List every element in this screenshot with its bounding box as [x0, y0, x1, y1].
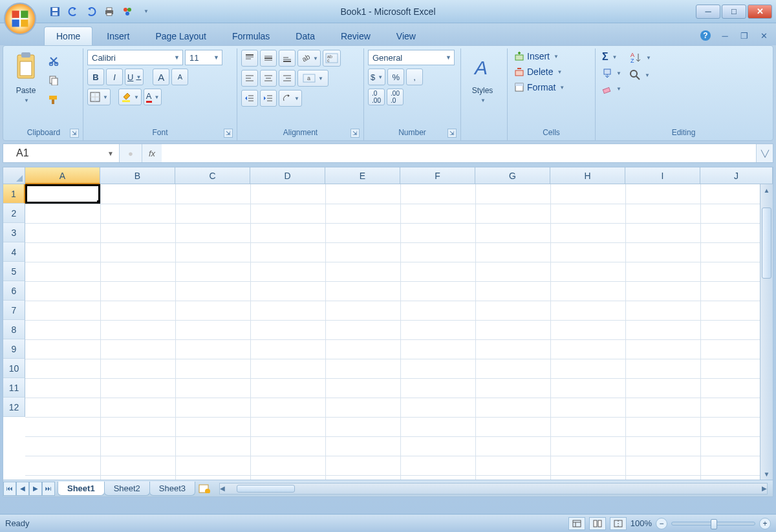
- find-select-button[interactable]: ▼: [627, 68, 654, 82]
- tab-review[interactable]: Review: [329, 27, 382, 45]
- wrap-text-button[interactable]: abc: [323, 50, 341, 67]
- cancel-formula-button[interactable]: ●: [125, 147, 136, 159]
- align-left-button[interactable]: [241, 70, 258, 87]
- insert-cells-button[interactable]: Insert▼: [512, 50, 591, 63]
- paste-button[interactable]: Paste ▼: [8, 50, 43, 114]
- number-dialog-launcher[interactable]: ⇲: [447, 129, 457, 138]
- number-format-combo[interactable]: General▼: [368, 50, 455, 65]
- row-header[interactable]: 10: [3, 359, 25, 378]
- row-header[interactable]: 4: [3, 242, 25, 262]
- column-header[interactable]: B: [100, 167, 175, 184]
- help-button[interactable]: ?: [700, 30, 711, 41]
- row-header[interactable]: 9: [3, 339, 25, 359]
- tab-home[interactable]: Home: [44, 27, 92, 45]
- scroll-thumb[interactable]: [237, 485, 295, 493]
- bold-button[interactable]: B: [87, 69, 104, 85]
- qat-customize-dropdown[interactable]: ▼: [138, 5, 153, 19]
- delete-cells-button[interactable]: Delete▼: [512, 65, 591, 78]
- align-center-button[interactable]: [260, 70, 277, 87]
- minimize-button[interactable]: ─: [696, 5, 720, 19]
- clipboard-dialog-launcher[interactable]: ⇲: [70, 129, 79, 138]
- format-painter-button[interactable]: [46, 92, 61, 107]
- workbook-restore-button[interactable]: ❐: [738, 30, 750, 41]
- workbook-minimize-button[interactable]: ─: [719, 30, 731, 41]
- font-size-combo[interactable]: 11▼: [185, 50, 222, 65]
- sheet-tab[interactable]: Sheet3: [149, 482, 195, 496]
- row-header[interactable]: 12: [3, 398, 25, 417]
- qat-quickstyle-button[interactable]: [120, 5, 135, 19]
- currency-button[interactable]: $▼: [368, 69, 385, 85]
- column-header[interactable]: I: [625, 167, 700, 184]
- align-top-button[interactable]: [241, 50, 258, 67]
- tab-page-layout[interactable]: Page Layout: [144, 27, 218, 45]
- qat-print-button[interactable]: [102, 5, 116, 19]
- shrink-font-button[interactable]: A: [171, 69, 188, 85]
- align-right-button[interactable]: [279, 70, 296, 87]
- close-button[interactable]: ✕: [748, 5, 772, 19]
- cut-button[interactable]: [46, 54, 61, 68]
- row-header[interactable]: 7: [3, 301, 25, 320]
- scroll-right-button[interactable]: ▶: [762, 483, 767, 495]
- sheet-tab[interactable]: Sheet2: [104, 482, 150, 496]
- column-header[interactable]: F: [400, 167, 475, 184]
- autosum-button[interactable]: Σ▼: [599, 50, 624, 64]
- scroll-left-button[interactable]: ◀: [220, 483, 225, 495]
- increase-indent-button[interactable]: [260, 90, 277, 107]
- align-middle-button[interactable]: [260, 50, 277, 67]
- copy-button[interactable]: [46, 73, 61, 87]
- styles-button[interactable]: A Styles ▼: [465, 50, 500, 114]
- zoom-slider[interactable]: [671, 522, 755, 526]
- scroll-thumb[interactable]: [762, 207, 771, 279]
- row-header[interactable]: 8: [3, 320, 25, 339]
- increase-decimal-button[interactable]: .0.00: [368, 89, 385, 105]
- row-header[interactable]: 3: [3, 223, 25, 242]
- zoom-out-button[interactable]: −: [656, 518, 667, 529]
- underline-button[interactable]: U▼: [125, 69, 144, 85]
- row-header[interactable]: 2: [3, 204, 25, 223]
- merge-center-button[interactable]: a▼: [297, 70, 329, 87]
- sort-filter-button[interactable]: AZ▼: [627, 50, 654, 65]
- select-all-button[interactable]: [3, 167, 25, 184]
- next-sheet-button[interactable]: ▶: [29, 482, 42, 496]
- horizontal-scrollbar[interactable]: ◀ ▶: [219, 483, 768, 495]
- column-header[interactable]: H: [550, 167, 625, 184]
- row-header[interactable]: 11: [3, 378, 25, 398]
- name-box[interactable]: A1▼: [3, 144, 120, 162]
- decrease-decimal-button[interactable]: .00.0: [387, 89, 404, 105]
- page-break-view-button[interactable]: [610, 517, 627, 530]
- row-header[interactable]: 6: [3, 281, 25, 301]
- font-dialog-launcher[interactable]: ⇲: [224, 129, 233, 138]
- expand-formula-bar-button[interactable]: ╲╱: [756, 144, 773, 162]
- align-bottom-button[interactable]: [279, 50, 296, 67]
- tab-data[interactable]: Data: [284, 27, 327, 45]
- qat-redo-button[interactable]: [84, 5, 98, 19]
- zoom-in-button[interactable]: +: [759, 518, 771, 529]
- last-sheet-button[interactable]: ⏭: [42, 482, 55, 496]
- tab-insert[interactable]: Insert: [95, 27, 141, 45]
- column-header[interactable]: G: [475, 167, 550, 184]
- zoom-knob[interactable]: [711, 519, 717, 529]
- cell-grid[interactable]: [25, 184, 760, 480]
- workbook-close-button[interactable]: ✕: [758, 30, 770, 41]
- new-sheet-button[interactable]: [195, 482, 214, 496]
- sheet-tab[interactable]: Sheet1: [58, 482, 105, 496]
- font-color-button[interactable]: A▼: [144, 89, 162, 105]
- column-header[interactable]: D: [250, 167, 325, 184]
- office-button[interactable]: [4, 3, 36, 35]
- scroll-up-button[interactable]: ▲: [760, 184, 773, 196]
- qat-save-button[interactable]: [48, 5, 62, 19]
- tab-formulas[interactable]: Formulas: [221, 27, 281, 45]
- fx-label[interactable]: fx: [142, 149, 162, 158]
- column-header[interactable]: E: [325, 167, 400, 184]
- comma-button[interactable]: ,: [406, 69, 423, 85]
- vertical-scrollbar[interactable]: ▲ ▼: [760, 184, 773, 480]
- tab-view[interactable]: View: [385, 27, 427, 45]
- percent-button[interactable]: %: [387, 69, 404, 85]
- row-header[interactable]: 1: [3, 184, 25, 204]
- clear-button[interactable]: ▼: [599, 82, 624, 95]
- borders-button[interactable]: ▼: [87, 89, 111, 105]
- column-header[interactable]: C: [175, 167, 250, 184]
- active-cell[interactable]: [25, 184, 100, 204]
- orientation-alt-button[interactable]: ▼: [279, 90, 302, 107]
- zoom-level[interactable]: 100%: [630, 518, 652, 528]
